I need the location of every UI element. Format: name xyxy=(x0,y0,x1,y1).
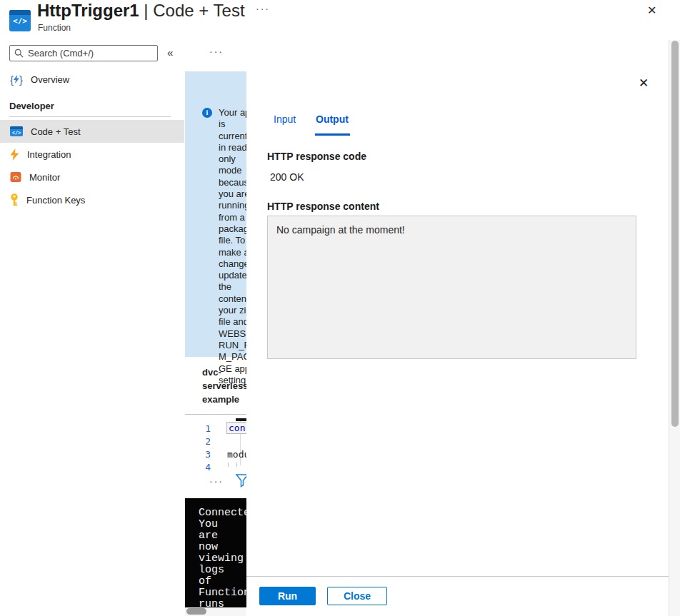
tab-input[interactable]: Input xyxy=(274,113,296,125)
line-number: 3 xyxy=(198,449,211,460)
run-button[interactable]: Run xyxy=(259,587,316,605)
search-box[interactable] xyxy=(9,45,158,61)
logs-more-icon[interactable]: ··· xyxy=(209,475,224,487)
line-number: 4 xyxy=(198,462,211,473)
sidebar-item-code-test[interactable]: </> Code + Test xyxy=(0,120,184,143)
code-glyph: </> xyxy=(9,16,31,26)
blade-close-icon[interactable]: ✕ xyxy=(647,4,656,17)
page-title: HttpTrigger1 | Code + Test xyxy=(37,1,245,21)
icon-titlebar xyxy=(9,10,31,15)
search-icon xyxy=(14,49,24,58)
line-number: 2 xyxy=(198,436,211,447)
indent-tick xyxy=(236,463,237,467)
function-name: HttpTrigger1 xyxy=(37,1,139,20)
search-input[interactable] xyxy=(28,48,157,59)
overview-function-icon: {} xyxy=(10,74,23,86)
scrollbar-thumb[interactable] xyxy=(671,41,679,427)
page-vertical-scrollbar[interactable] xyxy=(669,40,680,616)
page-section-name: | Code + Test xyxy=(144,1,244,20)
function-code-test-icon: </> xyxy=(9,10,31,31)
section-divider xyxy=(9,116,171,117)
indent-tick xyxy=(228,463,229,467)
sidebar-item-label: Code + Test xyxy=(31,126,81,137)
sidebar-item-label: Function Keys xyxy=(26,195,85,206)
info-icon: i xyxy=(202,108,212,118)
http-response-code-value: 200 OK xyxy=(270,171,304,183)
sidebar-item-integration[interactable]: Integration xyxy=(0,143,184,166)
monitor-gauge-icon xyxy=(10,171,21,183)
collapse-sidebar-icon[interactable]: « xyxy=(167,46,173,59)
sidebar-item-label: Integration xyxy=(27,149,71,160)
code-test-icon: </> xyxy=(10,126,23,136)
test-result-panel: ✕ Input Output HTTP response code 200 OK… xyxy=(246,40,680,616)
page-subtitle: Function xyxy=(38,23,71,33)
footer-divider xyxy=(246,576,669,577)
line-number: 1 xyxy=(198,423,211,434)
http-response-content-box[interactable]: No campaign at the moment! xyxy=(267,216,636,359)
panel-close-icon[interactable]: ✕ xyxy=(639,76,649,91)
app-name: dvc- serverless example xyxy=(202,365,248,406)
sidebar-item-label: Overview xyxy=(31,74,69,85)
sidebar-item-label: Monitor xyxy=(29,172,60,183)
sidebar-item-overview[interactable]: {} Overview xyxy=(0,68,184,91)
header-more-icon[interactable]: ··· xyxy=(256,3,270,14)
key-icon xyxy=(10,193,19,206)
lightning-bolt-icon xyxy=(10,148,19,161)
http-response-code-label: HTTP response code xyxy=(267,151,366,162)
sidebar-section-developer: Developer xyxy=(9,101,54,111)
active-tab-underline xyxy=(315,133,350,136)
azure-function-blade: </> HttpTrigger1 | Code + Test Function … xyxy=(0,0,680,616)
http-response-content-label: HTTP response content xyxy=(267,201,379,212)
sidebar-item-function-keys[interactable]: Function Keys xyxy=(0,188,184,211)
tab-output[interactable]: Output xyxy=(316,113,349,125)
scrollbar-thumb[interactable] xyxy=(186,608,206,615)
sidebar-item-monitor[interactable]: Monitor xyxy=(0,166,184,188)
close-button[interactable]: Close xyxy=(327,587,387,605)
